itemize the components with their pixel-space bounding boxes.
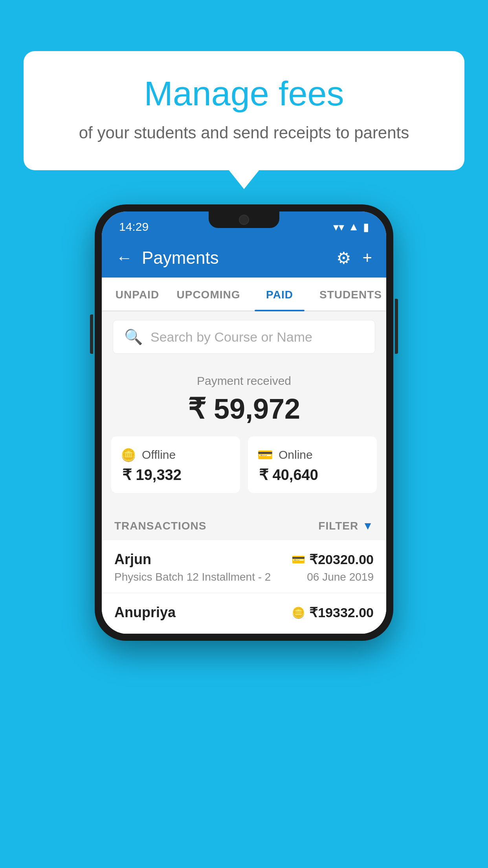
offline-amount: ₹ 19,332 (121, 466, 231, 484)
volume-button (90, 314, 93, 354)
power-button (395, 299, 398, 354)
online-icon: 💳 (257, 447, 273, 462)
front-camera (239, 215, 249, 225)
phone-container: 14:29 ▾▾ ▲ ▮ ← Payments ⚙ + (95, 204, 393, 641)
speech-bubble-container: Manage fees of your students and send re… (24, 51, 464, 170)
transaction-course: Physics Batch 12 Installment - 2 (114, 571, 271, 583)
transactions-header: TRANSACTIONS FILTER ▼ (102, 509, 386, 540)
payment-type-icon: 💳 (292, 553, 305, 566)
search-container: 🔍 Search by Course or Name (102, 311, 386, 362)
online-label: Online (279, 448, 313, 462)
transaction-name: Anupriya (114, 604, 176, 621)
phone-notch (209, 211, 279, 228)
header-right: ⚙ + (336, 248, 372, 268)
online-card: 💳 Online ₹ 40,640 (248, 436, 377, 493)
transaction-list: Arjun 💳 ₹20320.00 Physics Batch 12 Insta… (102, 540, 386, 634)
payment-total-amount: ₹ 59,972 (102, 392, 386, 425)
signal-icon: ▲ (348, 221, 359, 233)
filter-button[interactable]: FILTER ▼ (318, 520, 374, 532)
app-background: Manage fees of your students and send re… (0, 0, 488, 868)
add-icon[interactable]: + (362, 248, 372, 267)
status-icons: ▾▾ ▲ ▮ (333, 221, 369, 234)
filter-label: FILTER (318, 520, 358, 532)
transaction-date: 06 June 2019 (307, 571, 374, 583)
filter-icon: ▼ (362, 520, 374, 532)
payment-type-icon: 🪙 (292, 606, 305, 619)
table-row[interactable]: Arjun 💳 ₹20320.00 Physics Batch 12 Insta… (102, 540, 386, 593)
payment-cards: 🪙 Offline ₹ 19,332 💳 Online ₹ 40,640 (102, 436, 386, 493)
search-input-placeholder[interactable]: Search by Course or Name (150, 329, 312, 345)
status-time: 14:29 (119, 220, 149, 234)
transaction-name: Arjun (114, 551, 151, 568)
offline-card: 🪙 Offline ₹ 19,332 (111, 436, 240, 493)
header-title: Payments (142, 248, 219, 268)
table-row[interactable]: Anupriya 🪙 ₹19332.00 (102, 593, 386, 634)
transaction-amount: 🪙 ₹19332.00 (292, 605, 374, 620)
tab-unpaid[interactable]: UNPAID (102, 278, 173, 311)
header-left: ← Payments (116, 248, 219, 268)
app-header: ← Payments ⚙ + (102, 238, 386, 278)
payment-received-section: Payment received ₹ 59,972 🪙 Offline ₹ 19… (102, 362, 386, 509)
search-box[interactable]: 🔍 Search by Course or Name (113, 320, 375, 354)
phone-screen: 14:29 ▾▾ ▲ ▮ ← Payments ⚙ + (102, 211, 386, 634)
speech-bubble: Manage fees of your students and send re… (24, 51, 464, 170)
phone-frame: 14:29 ▾▾ ▲ ▮ ← Payments ⚙ + (95, 204, 393, 641)
battery-icon: ▮ (363, 221, 369, 234)
transaction-amount: 💳 ₹20320.00 (292, 552, 374, 567)
bubble-title: Manage fees (55, 75, 433, 113)
online-amount: ₹ 40,640 (257, 466, 367, 484)
back-button[interactable]: ← (116, 248, 132, 267)
tab-paid[interactable]: PAID (244, 278, 315, 311)
tab-upcoming[interactable]: UPCOMING (173, 278, 244, 311)
settings-icon[interactable]: ⚙ (336, 248, 351, 268)
offline-icon: 🪙 (121, 447, 136, 462)
transactions-label: TRANSACTIONS (114, 520, 206, 532)
tabs-bar: UNPAID UPCOMING PAID STUDENTS (102, 278, 386, 311)
tab-students[interactable]: STUDENTS (315, 278, 386, 311)
wifi-icon: ▾▾ (333, 221, 344, 234)
bubble-subtitle: of your students and send receipts to pa… (55, 121, 433, 145)
offline-label: Offline (142, 448, 176, 462)
search-icon: 🔍 (124, 328, 143, 346)
payment-received-label: Payment received (102, 374, 386, 388)
